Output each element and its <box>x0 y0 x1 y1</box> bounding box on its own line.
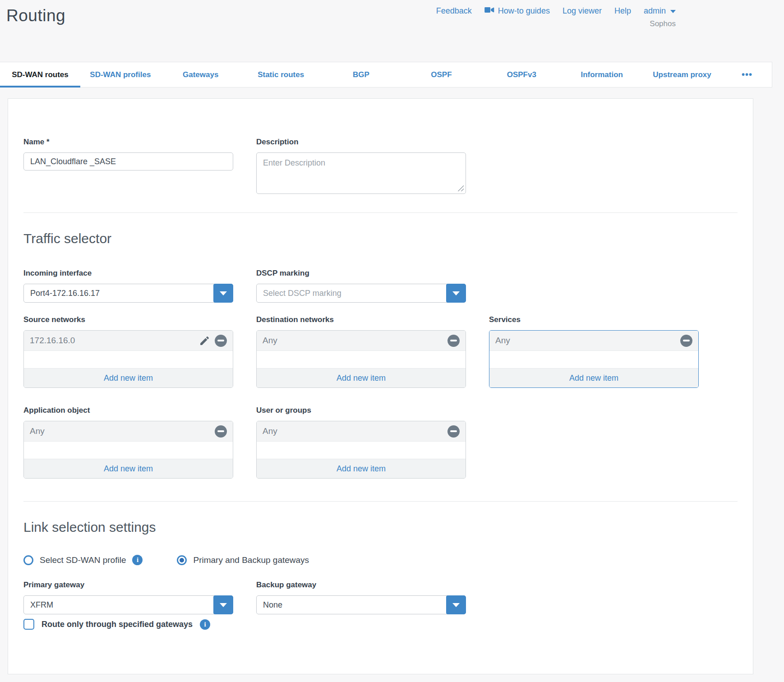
remove-item-icon[interactable] <box>447 425 460 438</box>
chevron-down-icon <box>220 603 227 607</box>
header-links: Feedback How-to guides Log viewer Help a… <box>436 6 676 16</box>
dscp-marking-label: DSCP marking <box>256 269 466 278</box>
tab-bar: SD-WAN routes SD-WAN profiles Gateways S… <box>0 62 772 88</box>
tab-static-routes[interactable]: Static routes <box>241 62 321 87</box>
help-link[interactable]: Help <box>614 6 631 16</box>
brand-label: Sophos <box>436 19 676 28</box>
radio-icon[interactable] <box>23 555 33 565</box>
dscp-marking-select[interactable]: Select DSCP marking <box>256 284 466 303</box>
sdwan-route-form-card: Name * Description Traffic selector Inco… <box>8 98 753 674</box>
tab-ospf[interactable]: OSPF <box>401 62 481 87</box>
log-viewer-link[interactable]: Log viewer <box>563 6 602 16</box>
incoming-interface-label: Incoming interface <box>23 269 233 278</box>
chevron-down-icon <box>452 603 460 607</box>
list-item: 172.16.16.0 <box>24 331 233 351</box>
name-input[interactable] <box>23 152 233 170</box>
list-item: Any <box>257 421 466 442</box>
tab-overflow-menu[interactable]: ••• <box>722 62 772 87</box>
user-or-groups-label: User or groups <box>256 406 466 415</box>
radio-primary-backup-gateways[interactable]: Primary and Backup gateways <box>177 555 309 565</box>
tab-information[interactable]: Information <box>562 62 642 87</box>
dropdown-button[interactable] <box>213 595 233 614</box>
header-right: Feedback How-to guides Log viewer Help a… <box>436 6 676 28</box>
chevron-down-icon <box>452 291 460 295</box>
radio-select-sdwan-profile[interactable]: Select SD-WAN profile i <box>23 555 143 565</box>
add-new-item-button[interactable]: Add new item <box>24 459 233 478</box>
admin-menu[interactable]: admin <box>644 6 676 16</box>
list-item: Any <box>489 331 698 351</box>
add-new-item-button[interactable]: Add new item <box>24 368 233 387</box>
remove-item-icon[interactable] <box>680 335 692 347</box>
chevron-down-icon <box>670 10 676 13</box>
list-item: Any <box>24 421 233 442</box>
backup-gateway-select[interactable]: None <box>256 595 466 614</box>
services-listbox: Any Add new item <box>489 330 699 388</box>
add-new-item-button[interactable]: Add new item <box>257 459 466 478</box>
description-label: Description <box>256 138 466 147</box>
dropdown-button[interactable] <box>446 284 466 303</box>
tab-sdwan-profiles[interactable]: SD-WAN profiles <box>80 62 161 87</box>
route-only-label: Route only through specified gateways <box>42 620 193 629</box>
tab-bgp[interactable]: BGP <box>321 62 401 87</box>
application-object-label: Application object <box>23 406 233 415</box>
howto-guides-link[interactable]: How-to guides <box>484 6 550 16</box>
link-selection-title: Link selection settings <box>23 520 738 535</box>
tab-sdwan-routes[interactable]: SD-WAN routes <box>0 62 80 87</box>
remove-item-icon[interactable] <box>215 335 227 347</box>
section-divider <box>23 501 738 502</box>
tab-gateways[interactable]: Gateways <box>161 62 241 87</box>
radio-selected-icon[interactable] <box>177 555 187 565</box>
page-header: Routing Feedback How-to guides Log viewe… <box>0 0 784 62</box>
list-item: Any <box>257 331 466 351</box>
section-divider <box>23 212 738 213</box>
traffic-selector-title: Traffic selector <box>23 231 738 246</box>
tab-ospfv3[interactable]: OSPFv3 <box>481 62 562 87</box>
add-new-item-button[interactable]: Add new item <box>489 368 698 387</box>
add-new-item-button[interactable]: Add new item <box>257 368 466 387</box>
application-object-listbox: Any Add new item <box>23 421 233 479</box>
route-only-checkbox[interactable] <box>23 619 34 630</box>
tab-upstream-proxy[interactable]: Upstream proxy <box>642 62 722 87</box>
edit-pencil-icon[interactable] <box>199 335 210 346</box>
info-icon[interactable]: i <box>200 619 210 630</box>
services-label: Services <box>489 315 699 324</box>
remove-item-icon[interactable] <box>447 335 460 347</box>
video-camera-icon <box>484 6 494 16</box>
primary-gateway-label: Primary gateway <box>23 581 233 590</box>
backup-gateway-label: Backup gateway <box>256 581 466 590</box>
name-label: Name * <box>23 138 233 147</box>
description-textarea[interactable] <box>256 152 466 194</box>
destination-networks-label: Destination networks <box>256 315 466 324</box>
dropdown-button[interactable] <box>446 595 466 614</box>
user-or-groups-listbox: Any Add new item <box>256 421 466 479</box>
dropdown-button[interactable] <box>213 284 233 303</box>
incoming-interface-select[interactable]: Port4-172.16.16.17 <box>23 284 233 303</box>
feedback-link[interactable]: Feedback <box>436 6 472 16</box>
destination-networks-listbox: Any Add new item <box>256 330 466 388</box>
source-networks-listbox: 172.16.16.0 Add new item <box>23 330 233 388</box>
source-networks-label: Source networks <box>23 315 233 324</box>
info-icon[interactable]: i <box>132 555 143 565</box>
remove-item-icon[interactable] <box>215 425 227 438</box>
primary-gateway-select[interactable]: XFRM <box>23 595 233 614</box>
chevron-down-icon <box>220 291 227 295</box>
